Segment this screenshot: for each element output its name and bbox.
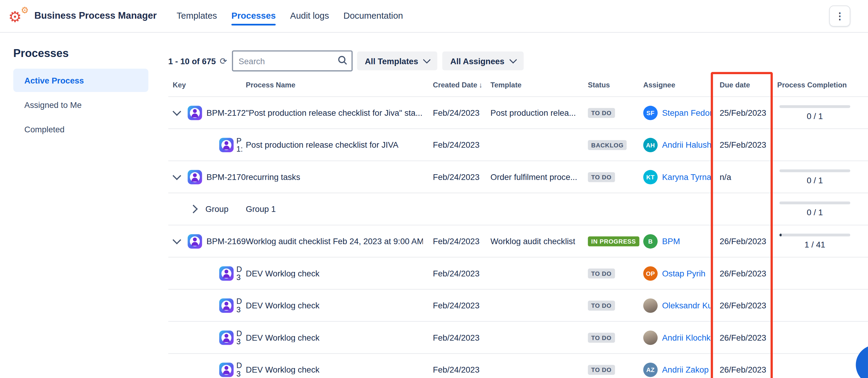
sidebar: Processes Active Process Assigned to Me … [0,33,159,378]
sidebar-item-active-process[interactable]: Active Process [13,69,148,92]
process-icon [188,170,202,184]
assignee-link[interactable]: Ostap Pyrih [662,269,706,278]
assignee-link[interactable]: Andrii Klochk [662,333,711,342]
process-icon [219,137,234,152]
table-row[interactable]: Group Group 1 0 / 1 [168,193,868,225]
table-row[interactable]: BPM-2170 recurring tasks Feb/24/2023 Ord… [168,161,868,193]
progress-bar [779,169,850,172]
process-name[interactable]: Worklog audit checklist Feb 24, 2023 at … [246,236,423,246]
status-badge: TO DO [588,107,615,118]
search-input[interactable] [232,50,352,71]
table-row[interactable]: BPM-2169 Worklog audit checklist Feb 24,… [168,225,868,258]
column-header-due-date[interactable]: Due date [720,81,750,89]
process-icon [188,105,202,120]
table-row[interactable]: D 3 DEV Worklog check Feb/24/2023 TO DO … [168,290,868,322]
sidebar-heading: Processes [13,47,148,60]
kebab-menu-button[interactable]: ⋮ [829,5,850,27]
sidebar-item-completed[interactable]: Completed [13,117,148,140]
avatar: KT [643,170,658,184]
nav-processes[interactable]: Processes [231,11,276,21]
completion-label: 1 / 41 [804,239,825,249]
column-header-template[interactable]: Template [490,81,521,89]
column-header-assignee[interactable]: Assignee [643,81,675,89]
app-logo-gears-icon: ⚙ ⚙ [8,5,30,27]
column-header-process-completion[interactable]: Process Completion [777,81,847,89]
assignee-link[interactable]: Stepan Fedor [662,108,712,117]
due-date: 26/Feb/2023 [720,301,767,310]
avatar: B [643,234,658,248]
process-key[interactable]: BPM-2169 [207,236,246,246]
avatar: AZ [643,362,658,377]
status-badge: TO DO [588,300,615,310]
assignee-link[interactable]: Andrii Zakop [662,365,709,374]
status-badge: BACKLOG [588,140,627,150]
column-header-process-name[interactable]: Process Name [246,81,296,89]
table-row[interactable]: D 3 DEV Worklog check Feb/24/2023 TO DO … [168,257,868,290]
process-key[interactable]: BPM-2172 [207,108,246,117]
progress-bar [779,233,850,236]
process-name[interactable]: DEV Worklog check [246,333,319,342]
avatar: AH [643,137,658,152]
search-box [232,50,352,71]
avatar [643,330,658,345]
process-name[interactable]: Post production release checklist for JI… [246,140,398,150]
collapse-row-icon[interactable] [173,107,181,116]
process-key: D 3 [236,265,242,282]
table-row[interactable]: BPM-2172 "Post production release checkl… [168,97,868,129]
refresh-icon[interactable]: ⟳ [220,56,227,66]
due-date: n/a [720,172,731,182]
completion-label: 0 / 1 [807,208,823,217]
created-date: Feb/24/2023 [433,365,479,374]
due-date: 26/Feb/2023 [720,269,767,278]
chevron-down-icon [423,56,431,64]
templates-filter-dropdown[interactable]: All Templates [357,52,438,70]
process-key[interactable]: BPM-2170 [207,172,246,182]
nav-documentation[interactable]: Documentation [343,11,403,21]
due-date: 25/Feb/2023 [720,108,767,117]
process-icon [219,362,234,377]
main-nav: Templates Processes Audit logs Documenta… [177,0,403,32]
column-header-created-date[interactable]: Created Date [433,81,477,89]
created-date: Feb/24/2023 [433,269,479,278]
process-name[interactable]: recurring tasks [246,172,300,182]
due-date: 26/Feb/2023 [720,236,767,246]
expand-row-icon[interactable] [189,205,198,213]
progress-bar [779,201,850,204]
created-date: Feb/24/2023 [433,333,479,342]
column-header-key[interactable]: Key [173,81,186,89]
collapse-row-icon[interactable] [173,171,181,180]
assignee-link[interactable]: Karyna Tyrna [662,172,711,182]
created-date: Feb/24/2023 [433,236,479,246]
table-row[interactable]: D 3 DEV Worklog check Feb/24/2023 TO DO … [168,322,868,354]
sidebar-item-assigned-to-me[interactable]: Assigned to Me [13,93,148,116]
status-badge: TO DO [588,268,615,278]
progress-fill [779,233,781,236]
process-name[interactable]: Group 1 [246,204,276,214]
created-date: Feb/24/2023 [433,172,479,182]
avatar [643,298,658,313]
assignee-link[interactable]: Oleksandr Ku [662,301,712,310]
table-row[interactable]: D 3 DEV Worklog check Feb/24/2023 TO DO … [168,354,868,378]
sort-desc-icon: ↓ [479,81,483,89]
assignee-link[interactable]: Andrii Halush [662,140,712,150]
due-date: 25/Feb/2023 [720,140,767,150]
nav-audit-logs[interactable]: Audit logs [290,11,329,21]
assignees-filter-dropdown[interactable]: All Assignees [442,52,524,70]
assignee-link[interactable]: BPM [662,236,680,246]
process-name[interactable]: "Post production release checklist for J… [246,108,422,117]
avatar: OP [643,266,658,281]
status-badge: TO DO [588,172,615,182]
process-key: D 3 [236,361,242,378]
process-name[interactable]: DEV Worklog check [246,365,319,374]
main-content: 1 - 10 of 675 ⟳ All Templates All Assign… [159,33,868,378]
process-icon [219,266,234,281]
nav-templates[interactable]: Templates [177,11,217,21]
process-key: D 3 [236,297,242,314]
due-date: 26/Feb/2023 [720,365,767,374]
collapse-row-icon[interactable] [173,236,181,245]
completion-label: 0 / 1 [807,175,823,185]
table-row[interactable]: P 1: Post production release checklist f… [168,129,868,161]
process-name[interactable]: DEV Worklog check [246,269,319,278]
column-header-status[interactable]: Status [588,81,610,89]
process-name[interactable]: DEV Worklog check [246,301,319,310]
